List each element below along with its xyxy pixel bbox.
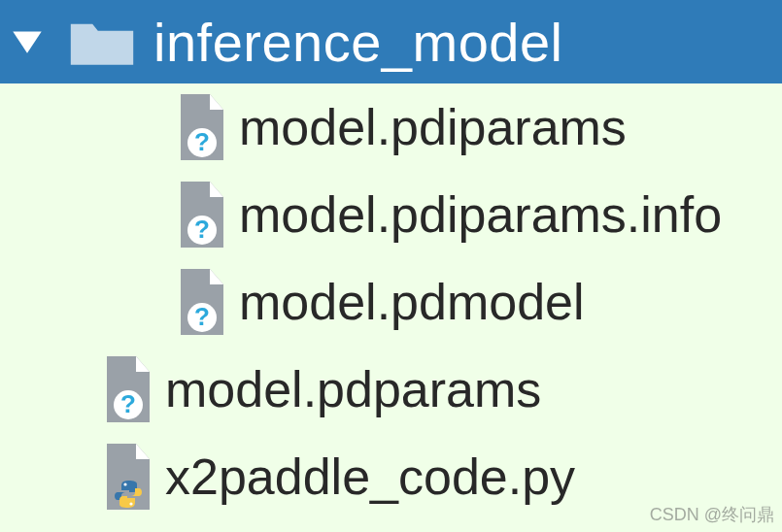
watermark-text: CSDN @终问鼎	[650, 503, 774, 526]
unknown-file-icon: ?	[101, 354, 155, 424]
svg-point-10	[129, 502, 132, 505]
svg-text:?: ?	[120, 389, 136, 418]
folder-row-inference-model[interactable]: inference_model	[0, 0, 782, 83]
folder-label: inference_model	[153, 11, 563, 74]
file-row[interactable]: ? model.pdmodel	[0, 258, 782, 346]
file-label: model.pdiparams	[239, 98, 627, 156]
file-label: model.pdiparams.info	[239, 185, 722, 244]
svg-text:?: ?	[194, 127, 210, 156]
svg-marker-0	[13, 32, 41, 53]
expand-toggle-icon[interactable]	[4, 18, 51, 65]
file-row[interactable]: ? model.pdparams	[0, 346, 782, 433]
file-label: x2paddle_code.py	[165, 448, 575, 506]
folder-icon	[68, 15, 136, 69]
file-tree: inference_model ? model.pdiparams ? mode…	[0, 0, 782, 520]
file-label: model.pdparams	[165, 360, 541, 418]
svg-point-9	[123, 482, 126, 485]
unknown-file-icon: ?	[175, 267, 229, 337]
python-file-icon	[101, 442, 155, 512]
unknown-file-icon: ?	[175, 92, 229, 162]
file-row[interactable]: ? model.pdiparams.info	[0, 171, 782, 258]
unknown-file-icon: ?	[175, 180, 229, 249]
svg-text:?: ?	[194, 302, 210, 331]
file-row[interactable]: ? model.pdiparams	[0, 83, 782, 171]
svg-text:?: ?	[194, 215, 210, 244]
file-label: model.pdmodel	[239, 273, 585, 331]
